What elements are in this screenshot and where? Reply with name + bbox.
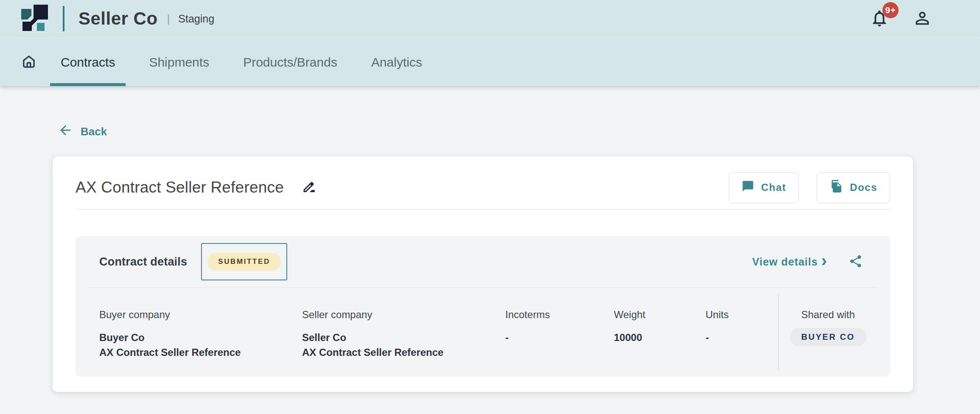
contract-card: AX Contract Seller Reference xyxy=(53,157,913,392)
field-value: - xyxy=(505,330,614,345)
nav-tab-shipments[interactable]: Shipments xyxy=(138,38,220,86)
view-details-label: View details xyxy=(752,256,818,268)
field-incoterms: Incoterms - xyxy=(505,309,614,370)
field-value: - xyxy=(706,330,778,345)
company-name: Seller Co xyxy=(78,8,158,29)
section-title: Contract details xyxy=(99,255,187,269)
field-label: Units xyxy=(706,309,778,321)
edit-title-button[interactable] xyxy=(302,179,317,196)
logo-divider xyxy=(63,6,64,31)
docs-button[interactable]: Docs xyxy=(817,172,890,203)
home-icon xyxy=(20,53,37,71)
notification-badge: 9+ xyxy=(882,2,899,18)
share-button[interactable] xyxy=(848,254,863,270)
main-nav: Contracts Shipments Products/Brands Anal… xyxy=(0,38,980,86)
field-units: Units - xyxy=(706,309,778,370)
view-details-link[interactable]: View details › xyxy=(750,255,830,269)
field-label: Incoterms xyxy=(505,309,614,321)
nav-tab-analytics[interactable]: Analytics xyxy=(361,38,433,86)
page-content: Back AX Contract Seller Reference xyxy=(0,86,980,392)
home-button[interactable] xyxy=(20,38,37,86)
field-shared-with: Shared with BUYER CO xyxy=(779,309,878,370)
field-buyer-company: Buyer company Buyer Co AX Contract Selle… xyxy=(99,309,302,370)
company-logo-icon[interactable] xyxy=(20,4,50,34)
top-header: Seller Co | Staging 9+ xyxy=(0,0,980,38)
card-title-row: AX Contract Seller Reference xyxy=(76,172,890,203)
environment-separator: | xyxy=(167,12,170,25)
contract-details-section: Contract details SUBMITTED View details … xyxy=(76,236,890,377)
app-root: Seller Co | Staging 9+ xyxy=(0,0,980,414)
docs-button-label: Docs xyxy=(850,182,877,193)
environment-label: Staging xyxy=(178,13,214,25)
status-focus-outline: SUBMITTED xyxy=(201,243,287,280)
nav-tab-contracts[interactable]: Contracts xyxy=(50,38,126,86)
arrow-left-icon xyxy=(58,123,73,141)
person-icon xyxy=(913,8,932,29)
contract-title: AX Contract Seller Reference xyxy=(76,179,284,196)
nav-tab-products-brands[interactable]: Products/Brands xyxy=(232,38,348,86)
back-link[interactable]: Back xyxy=(55,122,109,141)
chat-button[interactable]: Chat xyxy=(729,172,799,203)
field-seller-company: Seller company Seller Co AX Contract Sel… xyxy=(302,309,505,370)
contract-fields-row: Buyer company Buyer Co AX Contract Selle… xyxy=(88,288,877,370)
documents-icon xyxy=(829,179,843,196)
card-actions: Chat Docs xyxy=(729,172,890,203)
field-label: Weight xyxy=(614,309,706,321)
field-label: Shared with xyxy=(779,309,878,321)
field-value: Buyer Co AX Contract Seller Reference xyxy=(99,330,302,360)
chat-button-label: Chat xyxy=(761,182,786,193)
section-header-actions: View details › xyxy=(750,254,877,270)
shared-company-chip[interactable]: BUYER CO xyxy=(790,328,866,346)
field-label: Seller company xyxy=(302,309,505,321)
status-badge: SUBMITTED xyxy=(207,253,281,271)
chevron-right-icon: › xyxy=(821,256,827,267)
back-label: Back xyxy=(81,125,107,138)
field-value: 10000 xyxy=(614,330,706,345)
field-label: Buyer company xyxy=(99,309,302,321)
field-value: Seller Co AX Contract Seller Reference xyxy=(302,330,505,360)
notifications-button[interactable]: 9+ xyxy=(870,8,889,29)
chat-bubble-icon xyxy=(742,180,754,195)
logo-graphic xyxy=(20,4,50,34)
section-header: Contract details SUBMITTED View details … xyxy=(88,243,877,281)
edit-pencil-icon xyxy=(302,179,317,196)
field-weight: Weight 10000 xyxy=(614,309,706,370)
title-divider xyxy=(76,209,890,210)
share-icon xyxy=(848,254,863,270)
account-button[interactable] xyxy=(913,8,932,29)
